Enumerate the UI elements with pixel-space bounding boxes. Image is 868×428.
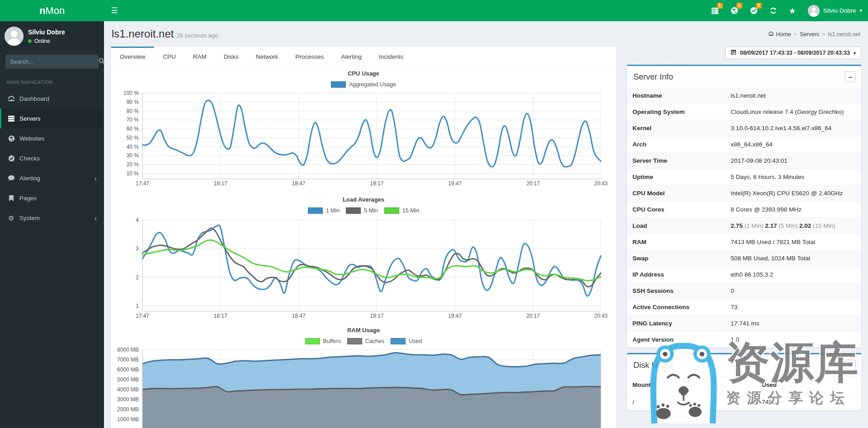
legend-item[interactable]: 1 Min: [308, 207, 340, 214]
websites-menu-button[interactable]: 1: [725, 0, 744, 21]
sidebar-item-label: Websites: [19, 135, 44, 142]
sidebar-item-pages[interactable]: Pages: [0, 188, 104, 208]
legend-item[interactable]: Used: [391, 338, 422, 344]
sidebar-item-alerting[interactable]: Alerting ‹: [0, 168, 104, 188]
legend-swatch: [346, 207, 361, 214]
tab-overview[interactable]: Overview: [111, 47, 154, 65]
sidebar-item-label: Pages: [19, 195, 37, 202]
cpu-usage-chart: 100 %90 %80 %70 %60 %50 %40 %30 %20 %10 …: [117, 89, 610, 188]
legend-label: 5 Min: [364, 207, 378, 214]
sidebar-item-label: System: [19, 215, 40, 221]
legend-label: Buffers: [323, 338, 341, 344]
search-button[interactable]: [94, 58, 109, 66]
ram-usage-chart: 8000 MB7000 MB6000 MB5000 MB4000 MB3000 …: [117, 346, 610, 428]
tab-incidents[interactable]: Incidents: [370, 47, 412, 65]
user-name-label: Silviu Dobre: [823, 7, 856, 14]
svg-text:17:47: 17:47: [136, 180, 149, 187]
tab-ram[interactable]: RAM: [184, 47, 215, 65]
sidebar-item-websites[interactable]: Websites: [0, 128, 104, 148]
legend-item[interactable]: 15 Min: [384, 207, 420, 214]
load-averages-chart: 432117:4718:1718:4719:1719:4720:1720:43: [117, 216, 610, 320]
breadcrumb-current: ls1.neroit.net: [828, 31, 860, 38]
tab-bar: Overview CPU RAM Disks Network Processes…: [111, 47, 616, 66]
table-row: Hostnamels1.neroit.net: [627, 88, 861, 103]
sidebar-item-dashboard[interactable]: Dashboard: [0, 89, 104, 108]
checks-menu-button[interactable]: 3: [744, 0, 764, 21]
breadcrumb-servers-link[interactable]: Servers: [800, 31, 819, 38]
tab-cpu[interactable]: CPU: [154, 47, 184, 65]
caret-down-icon: ▾: [854, 51, 856, 56]
collapse-button[interactable]: −: [845, 360, 856, 371]
sidebar-search: [5, 55, 99, 69]
sidebar-item-label: Servers: [19, 115, 41, 122]
tab-disks[interactable]: Disks: [215, 47, 247, 65]
svg-text:40 %: 40 %: [127, 144, 139, 150]
legend-swatch: [384, 207, 399, 214]
brand-logo[interactable]: nMon: [0, 0, 104, 21]
dashboard-icon: [768, 31, 774, 38]
tab-processes[interactable]: Processes: [287, 47, 332, 65]
svg-text:18:47: 18:47: [292, 180, 306, 187]
caret-down-icon: ▾: [859, 8, 862, 14]
date-range-label: 08/09/2017 17:43:33 - 08/09/2017 20:43:3…: [740, 50, 850, 56]
online-status-label: Online: [34, 38, 50, 44]
svg-text:100 %: 100 %: [123, 90, 139, 96]
legend-label: 1 Min: [326, 207, 340, 214]
last-update-label: 28 seconds ago: [176, 32, 218, 39]
mount-cell: /: [627, 394, 756, 410]
main-content: ls1.neroit.net28 seconds ago Home > Serv…: [104, 21, 868, 428]
sidebar-user-name: Silviu Dobre: [28, 28, 65, 36]
servers-menu-button[interactable]: 1: [705, 0, 725, 21]
legend-item[interactable]: Caches: [347, 338, 384, 344]
sidebar-toggle-button[interactable]: ☰: [104, 0, 125, 21]
table-row: Server Time2017-09-08 20:43:01: [627, 152, 861, 169]
legend-item[interactable]: Buffers: [305, 338, 341, 344]
legend-label: 15 Min: [402, 207, 420, 214]
sidebar-item-checks[interactable]: Checks: [0, 148, 104, 168]
table-row: Active Connections73: [627, 299, 861, 315]
server-info-title: Server Info: [633, 72, 673, 82]
breadcrumb-home-link[interactable]: Home: [768, 31, 791, 38]
svg-text:20:17: 20:17: [526, 313, 540, 319]
table-row: CPU ModelIntel(R) Xeon(R) CPU E5620 @ 2.…: [627, 185, 861, 201]
svg-text:19:47: 19:47: [448, 180, 462, 187]
favorites-button[interactable]: ★: [783, 0, 802, 21]
refresh-button[interactable]: [764, 0, 783, 21]
breadcrumb-separator: >: [794, 31, 797, 38]
table-row: SSH Sessions0: [627, 282, 861, 299]
table-row: Swap508 MB Used, 1024 MB Total: [627, 250, 861, 266]
svg-text:20:43: 20:43: [594, 180, 608, 187]
disk-usage-title: Disk Usage: [633, 361, 675, 370]
search-input[interactable]: [5, 55, 94, 69]
svg-text:20:17: 20:17: [526, 180, 540, 187]
legend-label: Aggregated Usage: [349, 81, 396, 88]
tab-network[interactable]: Network: [247, 47, 287, 65]
svg-text:70 %: 70 %: [127, 117, 139, 123]
calendar-icon: [731, 49, 736, 56]
table-row: / 74%: [627, 393, 861, 410]
sidebar-section-label: MAIN NAVIGATION: [0, 75, 104, 89]
svg-text:19:17: 19:17: [370, 313, 384, 319]
legend-swatch: [391, 338, 406, 344]
svg-text:5000 MB: 5000 MB: [117, 376, 139, 383]
table-row: RAM7413 MB Used / 7821 MB Total: [627, 234, 861, 250]
navbar-right-menu: 1 1 3 ★ Silviu Dobre ▾: [705, 0, 868, 21]
svg-text:1000 MB: 1000 MB: [117, 416, 139, 423]
sidebar: Silviu Dobre Online MAIN NAVIGATION Dash…: [0, 21, 104, 428]
collapse-button[interactable]: −: [845, 71, 856, 82]
legend-item[interactable]: 5 Min: [346, 207, 378, 214]
svg-text:19:17: 19:17: [370, 180, 384, 187]
table-row: Kernel3.10.0-614.10.2.lve1.4.56.el7.x86_…: [627, 120, 861, 136]
tab-alerting[interactable]: Alerting: [332, 47, 370, 65]
websites-badge: 1: [736, 3, 742, 9]
svg-text:3: 3: [136, 245, 139, 252]
date-range-picker[interactable]: 08/09/2017 17:43:33 - 08/09/2017 20:43:3…: [725, 47, 861, 59]
sidebar-item-system[interactable]: ⚙ System ‹: [0, 208, 104, 228]
svg-text:6000 MB: 6000 MB: [117, 367, 139, 373]
star-icon: ★: [789, 7, 796, 15]
user-menu-button[interactable]: Silviu Dobre ▾: [802, 0, 868, 21]
sidebar-item-servers[interactable]: Servers: [0, 108, 104, 128]
legend-item[interactable]: Aggregated Usage: [331, 81, 396, 88]
user-avatar: [808, 5, 820, 17]
sidebar-user-status: Online: [28, 38, 65, 44]
